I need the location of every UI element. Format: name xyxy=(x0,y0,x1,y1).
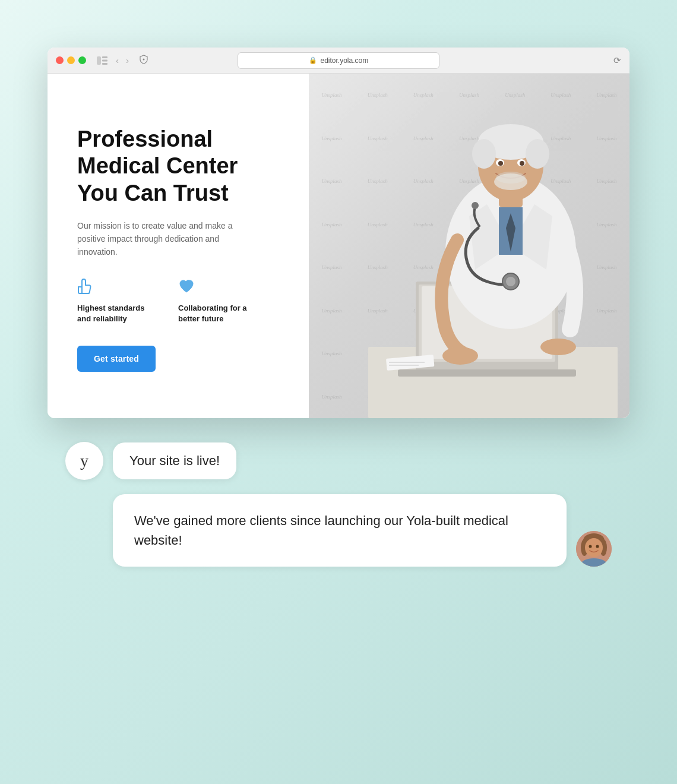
svg-rect-10 xyxy=(398,369,576,377)
browser-toolbar: ‹ › 🔒 editor.yola.com ⟳ xyxy=(48,48,629,74)
lock-icon: 🔒 xyxy=(309,56,317,64)
svg-point-31 xyxy=(540,339,576,355)
svg-point-29 xyxy=(494,173,527,190)
user-avatar xyxy=(576,531,612,567)
feature-label-2: Collaborating for a better future xyxy=(178,303,255,324)
minimize-button[interactable] xyxy=(67,56,75,64)
chat-row-2: We've gained more clients since launchin… xyxy=(65,494,612,567)
svg-point-17 xyxy=(506,277,515,286)
svg-point-26 xyxy=(498,161,503,166)
hero-subtitle: Our mission is to create value and make … xyxy=(77,219,243,259)
doctor-image: Unsplash Unsplash Unsplash Unsplash Unsp… xyxy=(309,74,629,418)
chat-row-1: y Your site is live! xyxy=(65,442,612,480)
sidebar-toggle-icon[interactable] xyxy=(97,56,107,65)
chat-bubble-testimonial: We've gained more clients since launchin… xyxy=(113,494,567,567)
browser-window: ‹ › 🔒 editor.yola.com ⟳ Professional Med… xyxy=(48,48,629,418)
svg-point-27 xyxy=(520,161,524,166)
forward-arrow[interactable]: › xyxy=(124,54,131,67)
thumbs-up-icon xyxy=(77,278,154,298)
traffic-lights xyxy=(56,56,86,64)
svg-point-4 xyxy=(143,59,145,61)
maximize-button[interactable] xyxy=(78,56,86,64)
get-started-button[interactable]: Get started xyxy=(77,346,156,372)
svg-point-41 xyxy=(596,545,599,548)
close-button[interactable] xyxy=(56,56,64,64)
svg-rect-0 xyxy=(97,56,101,65)
shield-icon xyxy=(140,55,148,66)
chat-bubble-live: Your site is live! xyxy=(113,442,236,479)
svg-rect-1 xyxy=(102,56,107,58)
feature-item-1: Highest standards and reliability xyxy=(77,278,154,324)
url-text: editor.yola.com xyxy=(320,56,368,65)
page-wrapper: ‹ › 🔒 editor.yola.com ⟳ Professional Med… xyxy=(0,48,677,567)
reload-button[interactable]: ⟳ xyxy=(613,55,621,66)
feature-item-2: Collaborating for a better future xyxy=(178,278,255,324)
doctor-illustration xyxy=(368,97,618,418)
svg-point-30 xyxy=(442,347,478,365)
heart-icon xyxy=(178,278,255,298)
yola-avatar: y xyxy=(65,442,103,480)
svg-rect-33 xyxy=(389,362,425,363)
feature-label-1: Highest standards and reliability xyxy=(77,303,154,324)
svg-point-40 xyxy=(589,545,592,548)
svg-rect-2 xyxy=(102,59,107,61)
nav-arrows: ‹ › xyxy=(113,54,131,67)
website-preview: Professional Medical Center You Can Trus… xyxy=(48,74,629,418)
address-bar[interactable]: 🔒 editor.yola.com xyxy=(238,52,439,69)
svg-point-22 xyxy=(472,139,496,169)
hero-title: Professional Medical Center You Can Trus… xyxy=(77,126,279,207)
hero-right-panel: Unsplash Unsplash Unsplash Unsplash Unsp… xyxy=(309,74,629,418)
chat-section: y Your site is live! We've gained more c… xyxy=(48,442,629,567)
features-row: Highest standards and reliability Collab… xyxy=(77,278,279,324)
svg-rect-34 xyxy=(389,365,419,366)
svg-point-23 xyxy=(526,139,549,169)
svg-point-18 xyxy=(472,202,479,209)
svg-rect-3 xyxy=(102,63,107,65)
svg-point-39 xyxy=(585,538,603,557)
hero-left-panel: Professional Medical Center You Can Trus… xyxy=(48,74,309,418)
back-arrow[interactable]: ‹ xyxy=(113,54,121,67)
